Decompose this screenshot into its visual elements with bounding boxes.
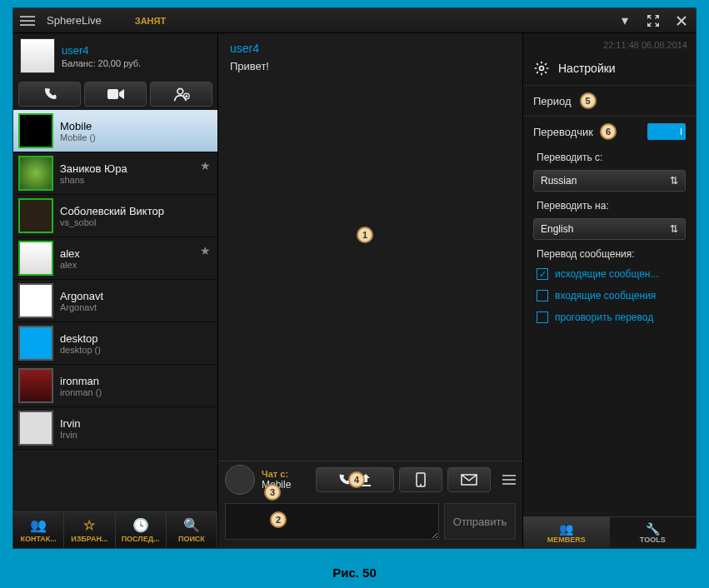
mobile-button[interactable] (399, 467, 442, 492)
settings-title: Настройки (558, 62, 616, 75)
chevron-updown-icon: ⇅ (670, 223, 678, 235)
chat-with-label: Чат с: (262, 469, 291, 479)
translate-to-select[interactable]: English⇅ (533, 218, 686, 240)
mobile-icon (416, 472, 426, 487)
voice-call-button[interactable] (18, 82, 81, 107)
contact-sub: Irvin (60, 430, 81, 440)
mail-icon (461, 474, 477, 486)
translator-toggle[interactable]: I (647, 123, 686, 140)
tab-members[interactable]: 👥MEMBERS (523, 517, 610, 548)
avatar (225, 465, 255, 495)
tab-recent[interactable]: 🕓ПОСЛЕД... (116, 512, 167, 548)
user-balance: Баланс: 20,00 руб. (62, 58, 141, 68)
contact-name: desktop (60, 332, 101, 345)
star-icon: ☆ (83, 517, 95, 533)
mail-button[interactable] (447, 467, 491, 492)
contact-name: ironman (60, 375, 102, 387)
contact-item[interactable]: Заников Юраshans ★ (13, 152, 217, 195)
contact-name: Заников Юра (60, 162, 127, 175)
tab-contacts[interactable]: 👥КОНТАК... (13, 512, 64, 548)
app-title: SphereLive (47, 14, 102, 27)
contact-sub: desktop () (60, 345, 101, 355)
tab-search[interactable]: 🔍ПОИСК (167, 512, 217, 548)
svg-point-1 (177, 88, 183, 94)
contact-item[interactable]: ArgonavtArgonavt (13, 280, 217, 322)
svg-point-6 (540, 67, 544, 71)
callout-marker-4: 4 (348, 471, 365, 488)
chat-panel: user4 Привет! 1 Чат с: Mobile 3 (218, 33, 522, 548)
check-speak[interactable]: проговорить перевод (523, 306, 696, 328)
contact-sub: vs_sobol (60, 217, 164, 227)
contact-item[interactable]: alexalex ★ (13, 237, 217, 280)
star-icon[interactable]: ★ (200, 244, 211, 257)
settings-panel: 22:11:48 06.08.2014 Настройки Период 5 П… (522, 33, 696, 548)
avatar (20, 38, 55, 73)
contact-name: Irvin (60, 417, 81, 430)
chat-menu-icon[interactable] (502, 475, 516, 485)
contact-sub: Mobile () (60, 132, 96, 142)
contact-sub: Argonavt (60, 302, 103, 312)
check-incoming[interactable]: входящие сообщения (523, 285, 696, 306)
search-icon: 🔍 (183, 517, 200, 533)
menu-icon[interactable] (20, 16, 35, 26)
app-window: SphereLive ЗАНЯТ ▾ user4 Баланс: 20,00 р… (12, 7, 697, 549)
chat-username: user4 (230, 42, 259, 55)
close-icon[interactable] (674, 13, 689, 28)
contact-item[interactable]: desktopdesktop () (13, 322, 217, 365)
contact-sub: alex (60, 260, 80, 270)
translate-to-label: Переводить на: (523, 195, 696, 215)
avatar (18, 156, 53, 191)
callout-marker-2: 2 (270, 511, 287, 528)
contacts-icon: 👥 (30, 517, 47, 533)
svg-point-4 (420, 484, 422, 486)
contact-sub: ironman () (60, 387, 102, 397)
avatar (18, 326, 53, 361)
checkbox-icon (537, 290, 548, 301)
tab-favorites[interactable]: ☆ИЗБРАН... (64, 512, 115, 548)
call-upload-button[interactable]: 4 (316, 467, 394, 492)
message-input[interactable] (225, 503, 439, 540)
avatar (18, 411, 53, 446)
contact-item[interactable]: MobileMobile () (13, 110, 217, 152)
chat-timestamp: 22:11:48 06.08.2014 (603, 40, 687, 50)
chat-message: Привет! (230, 60, 511, 72)
contact-sub: shans (60, 175, 127, 185)
fullscreen-icon[interactable] (646, 13, 661, 28)
translate-from-label: Переводить с: (523, 147, 696, 167)
translate-from-select[interactable]: Russian⇅ (533, 170, 686, 192)
sidebar-tabs: 👥КОНТАК... ☆ИЗБРАН... 🕓ПОСЛЕД... 🔍ПОИСК (13, 511, 217, 548)
callout-marker-6: 6 (600, 123, 617, 140)
titlebar: SphereLive ЗАНЯТ ▾ (13, 8, 696, 33)
contact-item[interactable]: Соболевский Викторvs_sobol (13, 195, 217, 237)
star-icon[interactable]: ★ (200, 159, 211, 172)
avatar (18, 113, 53, 148)
avatar (18, 241, 53, 276)
contact-list: MobileMobile () Заников Юраshans ★ Собол… (13, 110, 217, 511)
gear-icon (533, 60, 550, 77)
callout-marker-3: 3 (264, 484, 281, 501)
contact-name: Argonavt (60, 290, 103, 302)
tab-tools[interactable]: 🔧TOOLS (610, 517, 697, 548)
tools-icon: 🔧 (646, 522, 660, 536)
contact-name: alex (60, 247, 80, 260)
translator-label: Переводчик (533, 126, 593, 138)
callout-marker-5: 5 (580, 92, 597, 109)
chat-toolbar: Чат с: Mobile 3 4 (218, 461, 522, 498)
contact-add-button[interactable] (150, 82, 212, 107)
video-call-button[interactable] (84, 82, 147, 107)
translate-msg-label: Перевод сообщения: (523, 243, 696, 263)
check-outgoing[interactable]: исходящие сообщен... (523, 263, 696, 285)
checkbox-icon (537, 311, 548, 323)
contact-name: Соболевский Виктор (60, 205, 164, 217)
send-button[interactable]: Отправить (444, 503, 516, 540)
figure-caption: Рис. 50 (0, 566, 709, 580)
dropdown-icon[interactable]: ▾ (617, 13, 632, 28)
clock-icon: 🕓 (132, 517, 149, 533)
avatar (18, 283, 53, 318)
user-name: user4 (62, 44, 141, 57)
contact-item[interactable]: ironmanironman () (13, 365, 217, 407)
contact-item[interactable]: IrvinIrvin (13, 407, 217, 450)
current-user: user4 Баланс: 20,00 руб. (13, 33, 217, 78)
avatar (18, 198, 53, 233)
checkbox-icon (537, 268, 548, 280)
